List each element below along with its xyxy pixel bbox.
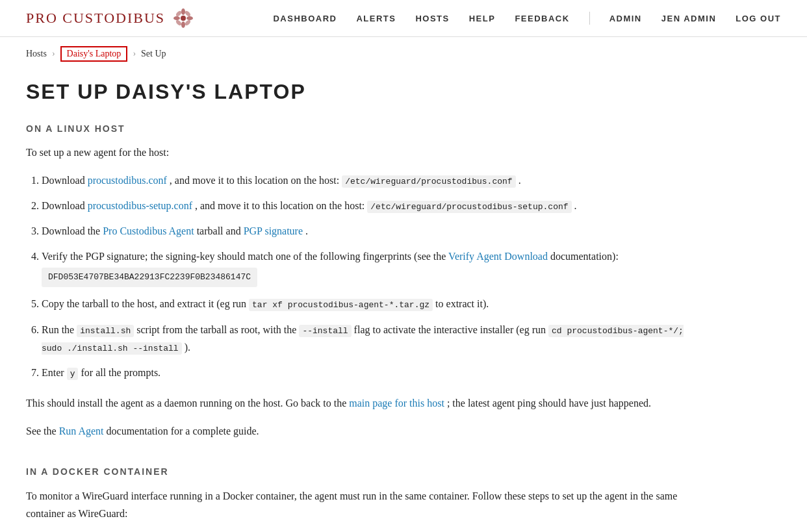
logo-icon <box>172 6 195 30</box>
step-6-middle2: flag to activate the interactive install… <box>354 324 548 335</box>
step-6: Run the install.sh script from the tarba… <box>42 321 689 356</box>
para2-before: See the <box>26 425 59 437</box>
fingerprint: DFD053E4707BE34BA22913FC2239F0B23486147C <box>42 268 257 287</box>
step-3: Download the Pro Custodibus Agent tarbal… <box>42 222 689 240</box>
step-6-before: Run the <box>42 324 77 335</box>
step-7: Enter y for all the prompts. <box>42 364 689 381</box>
jen-admin-link[interactable]: JEN ADMIN <box>661 14 717 23</box>
step-6-code1: install.sh <box>77 325 134 337</box>
step-2-after: . <box>574 200 577 211</box>
step-7-before: Enter <box>42 367 67 378</box>
step-5: Copy the tarball to the host, and extrac… <box>42 295 689 312</box>
main-page-link[interactable]: main page for this host <box>349 398 444 409</box>
breadcrumb-current: Set Up <box>141 49 166 59</box>
svg-point-4 <box>186 16 193 20</box>
step-1-middle: , and move it to this location on the ho… <box>170 175 342 186</box>
admin-link[interactable]: ADMIN <box>609 14 642 23</box>
step-2-middle: , and move it to this location on the ho… <box>195 200 367 211</box>
svg-point-8 <box>175 19 182 26</box>
step-3-before: Download the <box>42 225 103 236</box>
step-2-before: Download <box>42 200 88 211</box>
main-content: SET UP DAISY'S LAPTOP ON A LINUX HOST To… <box>0 67 715 532</box>
section2-heading: IN A DOCKER CONTAINER <box>26 466 689 477</box>
alerts-link[interactable]: ALERTS <box>356 14 396 23</box>
nav-bar: PRO CUSTODIBUS DASHBOARD ALERTS HOSTS HE… <box>0 0 807 37</box>
step-1: Download procustodibus.conf , and move i… <box>42 171 689 189</box>
para1-before: This should install the agent as a daemo… <box>26 398 349 409</box>
install-para: This should install the agent as a daemo… <box>26 394 689 412</box>
run-agent-para: See the Run Agent documentation for a co… <box>26 422 689 440</box>
step-1-after: . <box>519 175 521 186</box>
setup-steps-list: Download procustodibus.conf , and move i… <box>26 171 689 382</box>
step-3-middle: tarball and <box>197 225 244 236</box>
dashboard-link[interactable]: DASHBOARD <box>273 14 337 23</box>
step-4-before: Verify the PGP signature; the signing-ke… <box>42 251 448 262</box>
nav-divider <box>589 12 590 25</box>
step-7-code: y <box>67 368 79 380</box>
step-3-after: . <box>305 225 308 236</box>
section2-intro: To monitor a WireGuard interface running… <box>26 487 689 522</box>
section1-heading: ON A LINUX HOST <box>26 123 689 134</box>
step-2-code: /etc/wireguard/procustodibus-setup.conf <box>367 201 571 213</box>
section1-intro: To set up a new agent for the host: <box>26 144 689 161</box>
svg-point-7 <box>184 10 191 17</box>
procustodibus-setup-conf-link-1[interactable]: procustodibus-setup.conf <box>88 200 192 211</box>
logo-text: PRO CUSTODIBUS <box>26 10 165 27</box>
verify-agent-download-link[interactable]: Verify Agent Download <box>448 251 548 262</box>
logo: PRO CUSTODIBUS <box>26 6 195 30</box>
step-1-before: Download <box>42 175 88 186</box>
procustodibus-conf-link-1[interactable]: procustodibus.conf <box>88 175 167 186</box>
run-agent-link[interactable]: Run Agent <box>59 425 104 437</box>
hosts-link[interactable]: HOSTS <box>415 14 449 23</box>
breadcrumb: Hosts › Daisy's Laptop › Set Up <box>0 37 807 67</box>
step-6-middle1: script from the tarball as root, with th… <box>136 324 299 335</box>
svg-point-0 <box>181 16 186 21</box>
para2-after: documentation for a complete guide. <box>107 425 259 437</box>
pro-custodibus-agent-link[interactable]: Pro Custodibus Agent <box>103 225 194 236</box>
breadcrumb-hosts-link[interactable]: Hosts <box>26 49 47 59</box>
step-6-after: ). <box>185 342 190 353</box>
breadcrumb-sep-2: › <box>133 49 136 59</box>
page-title: SET UP DAISY'S LAPTOP <box>26 80 689 104</box>
step-6-code2: --install <box>299 325 351 337</box>
step-4-middle: documentation): <box>550 251 619 262</box>
step-2: Download procustodibus-setup.conf , and … <box>42 197 689 214</box>
svg-point-2 <box>181 21 185 28</box>
step-7-after: for all the prompts. <box>81 367 160 378</box>
section2: IN A DOCKER CONTAINER To monitor a WireG… <box>26 466 689 532</box>
breadcrumb-sep-1: › <box>52 49 55 59</box>
step-5-after: to extract it). <box>435 298 489 309</box>
nav-links: DASHBOARD ALERTS HOSTS HELP FEEDBACK ADM… <box>273 12 781 25</box>
svg-point-5 <box>175 10 182 17</box>
svg-point-1 <box>181 8 185 15</box>
pgp-signature-link[interactable]: PGP signature <box>244 225 303 236</box>
step-5-before: Copy the tarball to the host, and extrac… <box>42 298 249 309</box>
step-4: Verify the PGP signature; the signing-ke… <box>42 247 689 287</box>
step-5-code: tar xf procustodibus-agent-*.tar.gz <box>249 299 433 311</box>
feedback-link[interactable]: FEEDBACK <box>515 14 569 23</box>
svg-point-6 <box>184 19 191 26</box>
breadcrumb-active-link[interactable]: Daisy's Laptop <box>60 46 128 62</box>
help-link[interactable]: HELP <box>469 14 496 23</box>
logout-link[interactable]: LOG OUT <box>736 14 781 23</box>
svg-point-3 <box>173 16 180 20</box>
para1-after: ; the latest agent ping should have just… <box>447 398 651 409</box>
step-1-code: /etc/wireguard/procustodibus.conf <box>342 175 515 188</box>
